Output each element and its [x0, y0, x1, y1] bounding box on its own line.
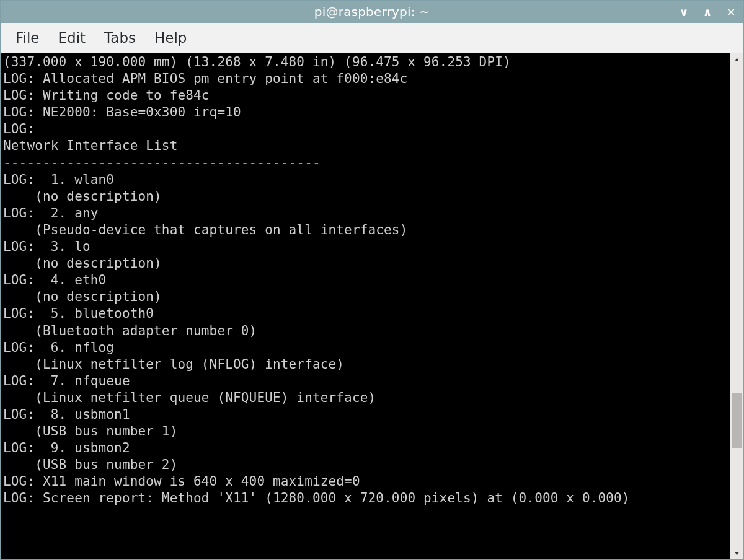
terminal-output[interactable]: (337.000 x 190.000 mm) (13.268 x 7.480 i… — [1, 53, 730, 559]
terminal-area: (337.000 x 190.000 mm) (13.268 x 7.480 i… — [1, 53, 743, 559]
scrollbar[interactable]: ▴ ▾ — [730, 53, 743, 559]
menu-edit[interactable]: Edit — [51, 27, 94, 48]
terminal-window: pi@raspberrypi: ~ ∨ ∧ ✕ File Edit Tabs H… — [0, 0, 744, 560]
scroll-up-icon[interactable]: ▴ — [730, 53, 743, 65]
menu-bar: File Edit Tabs Help — [1, 23, 743, 53]
minimize-button[interactable]: ∨ — [678, 6, 690, 19]
window-title: pi@raspberrypi: ~ — [314, 4, 430, 19]
scroll-track[interactable] — [730, 65, 743, 547]
menu-file[interactable]: File — [8, 27, 47, 48]
maximize-button[interactable]: ∧ — [701, 6, 714, 19]
window-controls: ∨ ∧ ✕ — [678, 1, 737, 23]
scroll-thumb[interactable] — [732, 393, 742, 448]
menu-help[interactable]: Help — [147, 27, 194, 48]
menu-tabs[interactable]: Tabs — [97, 27, 143, 48]
window-titlebar[interactable]: pi@raspberrypi: ~ ∨ ∧ ✕ — [1, 1, 743, 23]
scroll-down-icon[interactable]: ▾ — [730, 547, 743, 559]
close-button[interactable]: ✕ — [725, 6, 737, 19]
